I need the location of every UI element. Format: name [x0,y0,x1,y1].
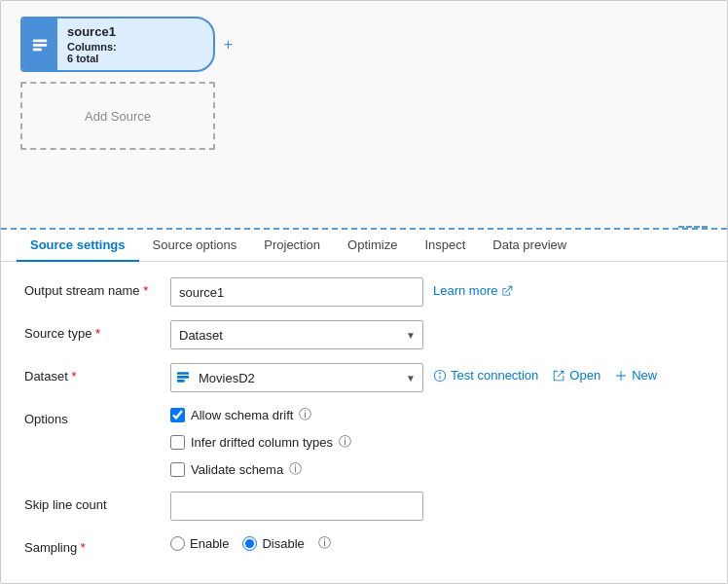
tab-optimize[interactable]: Optimize [334,230,411,262]
source-node-meta-label: Columns: [67,41,117,53]
dataset-actions: Test connection Open New [433,363,657,383]
canvas-divider [678,226,708,228]
test-connection-button[interactable]: Test connection [433,368,538,383]
canvas-area: source1 Columns: 6 total + Add Source [1,1,727,230]
validate-schema-row: Validate schema ⓘ [170,460,351,478]
output-stream-name-input[interactable] [170,277,423,307]
allow-schema-drift-checkbox[interactable] [170,408,185,422]
infer-drifted-label: Infer drifted column types [191,435,333,450]
sampling-enable-item: Enable [170,536,229,551]
sampling-label: Sampling * [24,534,170,555]
sampling-info-icon: ⓘ [318,534,331,552]
options-column: Allow schema drift ⓘ Infer drifted colum… [170,406,351,478]
output-stream-name-row: Output stream name * Learn more [24,277,704,307]
source-node-icon [31,36,49,54]
settings-panel: Output stream name * Learn more Source t… [1,262,727,583]
svg-rect-1 [33,44,47,47]
infer-drifted-info-icon: ⓘ [339,433,351,451]
dataset-label: Dataset * [24,363,170,383]
skip-line-count-label: Skip line count [24,492,170,512]
source-node-title: source1 [67,24,203,39]
sampling-control: Enable Disable ⓘ [170,534,704,552]
output-stream-name-label: Output stream name * [24,277,170,298]
source-node-meta-value: 6 total [67,53,98,64]
tab-projection[interactable]: Projection [250,230,334,262]
validate-schema-label: Validate schema [191,462,283,477]
sampling-disable-item: Disable [242,536,304,551]
options-control: Allow schema drift ⓘ Infer drifted colum… [170,406,704,478]
sampling-disable-radio[interactable] [242,536,257,551]
tabs-bar: Source settings Source options Projectio… [1,230,727,262]
new-icon [614,369,628,383]
source-node-content: source1 Columns: 6 total [57,18,213,70]
required-marker-sampling: * [81,540,86,555]
source-type-label: Source type * [24,320,170,341]
main-window: source1 Columns: 6 total + Add Source So… [0,0,728,584]
skip-line-count-row: Skip line count [24,492,704,521]
open-button[interactable]: Open [552,368,601,383]
validate-schema-info-icon: ⓘ [289,460,302,478]
skip-line-count-control [170,492,704,521]
dataset-select[interactable]: MoviesD2 [170,363,423,392]
source-node[interactable]: source1 Columns: 6 total + [20,17,215,72]
sampling-enable-radio[interactable] [170,536,185,551]
add-source-button[interactable]: Add Source [20,82,215,150]
dataset-row: Dataset * MoviesD2 ▼ [24,363,704,392]
allow-schema-drift-info-icon: ⓘ [299,406,311,423]
dataset-select-wrap: MoviesD2 ▼ [170,363,423,392]
required-marker: * [143,283,148,298]
options-label: Options [24,406,170,426]
dataset-control: MoviesD2 ▼ Test connection [170,363,704,392]
svg-rect-2 [33,48,42,51]
new-button[interactable]: New [614,368,657,383]
output-stream-name-control: Learn more [170,277,704,307]
source-node-icon-bar [22,18,57,70]
open-icon [552,369,565,383]
source-type-dropdown-wrap: Dataset Inline ▼ [170,320,423,349]
external-link-icon [501,285,513,297]
tab-data-preview[interactable]: Data preview [479,230,580,262]
source-type-row: Source type * Dataset Inline ▼ [24,320,704,349]
test-connection-icon [433,369,447,383]
infer-drifted-checkbox[interactable] [170,435,185,450]
infer-drifted-row: Infer drifted column types ⓘ [170,433,351,451]
sampling-radio-row: Enable Disable ⓘ [170,534,331,552]
tab-inspect[interactable]: Inspect [411,230,479,262]
validate-schema-checkbox[interactable] [170,462,185,477]
add-source-label: Add Source [85,109,151,124]
source-node-plus[interactable]: + [224,36,233,54]
required-marker-source-type: * [95,326,100,341]
learn-more-link[interactable]: Learn more [433,277,513,298]
allow-schema-drift-row: Allow schema drift ⓘ [170,406,351,423]
tab-source-settings[interactable]: Source settings [17,230,139,262]
source-node-meta: Columns: 6 total [67,41,203,64]
sampling-row: Sampling * Enable Disable ⓘ [24,534,704,555]
source-type-select[interactable]: Dataset Inline [170,320,423,349]
source-type-control: Dataset Inline ▼ [170,320,704,349]
svg-rect-0 [33,39,47,42]
skip-line-count-input[interactable] [170,492,423,521]
options-row: Options Allow schema drift ⓘ Infer drift… [24,406,704,478]
required-marker-dataset: * [71,369,76,383]
allow-schema-drift-label: Allow schema drift [191,408,293,422]
tab-source-options[interactable]: Source options [139,230,251,262]
